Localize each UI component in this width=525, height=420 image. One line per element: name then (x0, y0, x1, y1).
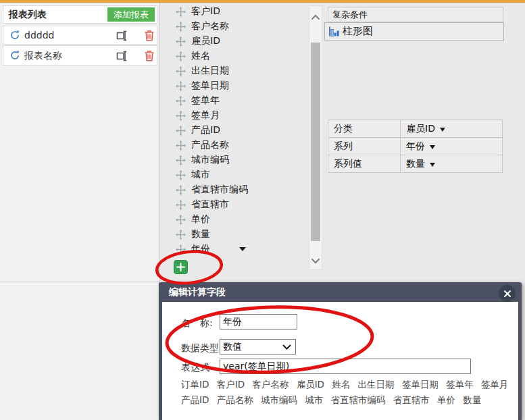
chart-type-box[interactable]: 柱形图 (324, 22, 504, 41)
field-item[interactable]: 姓名 (176, 49, 291, 63)
field-item[interactable]: 签单年 (176, 93, 291, 108)
binding-value: 年份 (406, 140, 425, 153)
field-item[interactable]: 城市编码 (176, 153, 291, 167)
expression-label: 表达式 : (181, 362, 222, 374)
binding-label: 系列 (328, 138, 401, 155)
binding-row-series-value: 系列值 数量 (328, 155, 502, 173)
field-item[interactable]: 客户ID (176, 4, 291, 19)
field-label: 产品ID (191, 124, 220, 136)
scroll-up-icon[interactable] (311, 14, 320, 20)
chart-binding-table: 分类 雇员ID 系列 年份 系列值 数量 (328, 120, 503, 173)
name-field-label: 名 称: (181, 317, 213, 330)
field-label: 出生日期 (191, 65, 229, 77)
close-button[interactable] (499, 285, 516, 302)
move-icon (176, 96, 186, 106)
binding-value: 数量 (406, 158, 425, 170)
field-item[interactable]: 产品名称 (176, 138, 291, 153)
field-item[interactable]: 省直辖市编码 (176, 182, 291, 197)
dropdown-arrow-icon[interactable] (239, 247, 246, 251)
scrollbar-thumb[interactable] (311, 43, 320, 241)
binding-row-category: 分类 雇员ID (328, 120, 502, 138)
move-icon (176, 111, 186, 121)
delete-icon[interactable] (144, 50, 155, 61)
field-label: 姓名 (191, 50, 210, 62)
series-field-dropdown[interactable]: 年份 (401, 138, 502, 155)
refresh-icon[interactable] (9, 30, 20, 41)
report-list-item[interactable]: ddddd (3, 26, 157, 45)
complex-condition-box[interactable]: 复杂条件 (328, 7, 503, 22)
field-list: 客户ID 客户名称 雇员ID 姓名 出生日期 签单日期 签单年 签单月 产品ID… (176, 4, 291, 257)
move-icon (176, 170, 186, 180)
move-icon (176, 244, 186, 255)
report-list-header: 报表列表 添加报表 (3, 5, 157, 24)
move-icon (176, 7, 186, 17)
field-label: 省直辖市 (191, 199, 229, 211)
field-label: 签单月 (191, 109, 220, 122)
category-field-dropdown[interactable]: 雇员ID (401, 120, 502, 137)
binding-label: 分类 (328, 120, 401, 137)
field-item[interactable]: 城市 (176, 167, 291, 182)
field-label: 数量 (191, 228, 210, 240)
delete-icon[interactable] (144, 30, 155, 41)
available-fields-line: 订单ID 客户ID 客户名称 雇员ID 姓名 出生日期 签单日期 签单年 签单月 (181, 379, 508, 391)
field-list-scrollbar[interactable] (309, 5, 322, 270)
move-icon (176, 22, 186, 32)
move-icon (176, 200, 186, 210)
rename-icon[interactable] (116, 30, 128, 42)
field-item[interactable]: 产品ID (176, 123, 291, 138)
refresh-icon[interactable] (9, 50, 20, 61)
field-label: 产品名称 (191, 139, 229, 151)
move-icon (176, 230, 186, 240)
dialog-body: 名 称: 数据类型: 数值 表达式 : 订单ID 客户ID 客户名称 雇员ID … (162, 302, 518, 420)
scroll-down-icon[interactable] (311, 258, 320, 264)
chevron-down-icon (282, 344, 291, 350)
field-item[interactable]: 雇员ID (176, 34, 291, 49)
field-item[interactable]: 客户名称 (176, 19, 291, 34)
dropdown-arrow-icon (440, 128, 445, 132)
field-item[interactable]: 省直辖市 (176, 197, 291, 212)
name-input[interactable] (220, 314, 297, 330)
dropdown-arrow-icon (430, 163, 435, 167)
field-item[interactable]: 数量 (176, 227, 291, 242)
close-icon (503, 290, 511, 298)
move-icon (176, 36, 186, 47)
binding-value: 雇员ID (406, 123, 435, 135)
field-label: 客户名称 (191, 20, 229, 32)
field-label: 雇员ID (191, 35, 220, 47)
plus-icon (174, 261, 187, 273)
field-label: 城市编码 (191, 154, 229, 166)
add-calculated-field-button[interactable] (174, 260, 188, 274)
add-report-button[interactable]: 添加报表 (107, 7, 155, 22)
dialog-header[interactable]: 编辑计算字段 (159, 282, 522, 302)
move-icon (176, 66, 186, 76)
field-item-calculated[interactable]: 年份 (176, 242, 291, 257)
field-label: 城市 (191, 169, 210, 181)
report-name: ddddd (24, 26, 54, 44)
rename-icon[interactable] (116, 50, 128, 62)
field-label: 签单日期 (191, 80, 229, 92)
field-label: 年份 (191, 243, 210, 255)
move-icon (176, 185, 186, 195)
field-label: 签单年 (191, 95, 220, 107)
series-value-field-dropdown[interactable]: 数量 (401, 155, 502, 172)
binding-row-series: 系列 年份 (328, 138, 502, 155)
chart-type-label: 柱形图 (343, 25, 373, 38)
field-label: 省直辖市编码 (191, 184, 248, 196)
move-icon (176, 140, 186, 151)
field-label: 客户ID (191, 5, 220, 18)
report-list-item[interactable]: 报表名称 (3, 45, 157, 65)
data-type-label: 数据类型: (181, 342, 222, 355)
data-type-select[interactable]: 数值 (220, 339, 296, 355)
field-item[interactable]: 出生日期 (176, 63, 291, 78)
move-icon (176, 155, 186, 165)
binding-label: 系列值 (328, 155, 401, 172)
field-label: 单价 (191, 213, 210, 226)
field-item[interactable]: 签单月 (176, 108, 291, 123)
dropdown-arrow-icon (430, 145, 435, 149)
expression-input[interactable] (220, 359, 471, 374)
field-item[interactable]: 单价 (176, 212, 291, 227)
move-icon (176, 51, 186, 61)
field-item[interactable]: 签单日期 (176, 78, 291, 93)
available-fields-line: 产品ID 产品名称 城市编码 城市 省直辖市编码 省直辖市 单价 数量 (181, 394, 481, 406)
report-list-panel: 报表列表 添加报表 ddddd 报表名称 (0, 3, 160, 420)
